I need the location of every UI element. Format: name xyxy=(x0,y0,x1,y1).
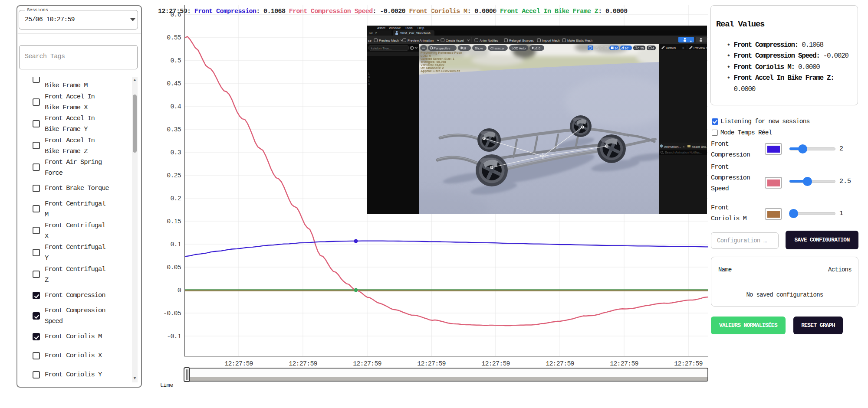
svg-text:L: L xyxy=(368,72,370,75)
svg-text:Asset: Asset xyxy=(377,26,386,30)
svg-text:Tools: Tools xyxy=(405,26,413,30)
svg-text:Preview Animation: Preview Animation xyxy=(408,39,434,42)
svg-text:4: 4 xyxy=(652,46,654,50)
svg-text:Lit: Lit xyxy=(463,46,466,50)
svg-text:Help: Help xyxy=(418,26,424,30)
svg-text:Window: Window xyxy=(389,26,401,30)
svg-text:Create Asset: Create Asset xyxy=(446,39,464,42)
svg-text:R: R xyxy=(368,75,370,78)
svg-text:0.2: 0.2 xyxy=(170,195,181,202)
svg-text:0.45: 0.45 xyxy=(167,80,181,88)
svg-text:12:27:59: 12:27:59 xyxy=(481,360,510,368)
svg-text:0.05: 0.05 xyxy=(167,264,181,271)
svg-text:12:27:59: 12:27:59 xyxy=(674,360,703,368)
svg-text:0.3: 0.3 xyxy=(170,149,181,157)
svg-text:0.15: 0.15 xyxy=(167,218,181,225)
svg-text:Show: Show xyxy=(475,46,483,50)
svg-text:0: 0 xyxy=(178,287,181,294)
svg-text:-0.1: -0.1 xyxy=(167,333,181,340)
svg-text:Character: Character xyxy=(490,46,505,50)
svg-text:×: × xyxy=(682,46,684,50)
svg-text:0.25: 0.25 xyxy=(638,46,644,50)
svg-text:Perspective: Perspective xyxy=(434,46,450,50)
svg-text:12:27:59: 12:27:59 xyxy=(546,360,574,368)
svg-text:0.5: 0.5 xyxy=(170,57,181,65)
svg-text:Details: Details xyxy=(666,46,676,50)
svg-text:Retarget Sources: Retarget Sources xyxy=(509,39,534,42)
svg-text:Import Mesh: Import Mesh xyxy=(542,39,560,42)
svg-text:L: L xyxy=(368,79,370,82)
svg-text:0.35: 0.35 xyxy=(167,126,181,134)
svg-text:12:27:59: 12:27:59 xyxy=(417,360,446,368)
svg-text:0.6: 0.6 xyxy=(170,11,181,19)
svg-text:12:27:59: 12:27:59 xyxy=(610,360,638,368)
svg-text:x1.0: x1.0 xyxy=(534,46,540,50)
svg-text:Preview Mesh: Preview Mesh xyxy=(379,39,399,42)
svg-text:×: × xyxy=(429,31,431,35)
svg-text:Search Animation Notifies...: Search Animation Notifies... xyxy=(665,151,702,154)
svg-text:12:27:59: 12:27:59 xyxy=(289,360,317,368)
svg-text:10: 10 xyxy=(615,46,618,50)
svg-text:SKM_Car_Skeleton*: SKM_Car_Skeleton* xyxy=(400,31,430,35)
svg-text:ain_2: ain_2 xyxy=(369,31,377,35)
svg-text:10°: 10° xyxy=(625,46,629,50)
svg-text:Anim Notifies: Anim Notifies xyxy=(480,39,498,42)
svg-text:Asset Bro..: Asset Bro.. xyxy=(692,145,707,149)
svg-text:Approx Size: 491x218x155: Approx Size: 491x218x155 xyxy=(421,69,460,73)
svg-text:Preview S: Preview S xyxy=(694,46,707,50)
svg-text:12:27:59: 12:27:59 xyxy=(353,360,381,368)
svg-text:R: R xyxy=(368,82,370,85)
svg-text:se: se xyxy=(368,39,372,42)
svg-text:×: × xyxy=(683,145,685,149)
svg-text:LOD Auto: LOD Auto xyxy=(512,46,526,50)
svg-text:Animation...: Animation... xyxy=(664,145,681,149)
svg-text:0.55: 0.55 xyxy=(167,34,181,42)
svg-text:0.25: 0.25 xyxy=(167,172,181,180)
svg-text:12:27:59: 12:27:59 xyxy=(224,360,253,368)
svg-text:keleton Tree...: keleton Tree... xyxy=(371,46,392,50)
svg-text:0.1: 0.1 xyxy=(170,241,181,248)
svg-text:0.4: 0.4 xyxy=(170,103,181,111)
svg-text:Make Static Mesh: Make Static Mesh xyxy=(567,39,592,42)
svg-text:-0.05: -0.05 xyxy=(163,310,181,317)
